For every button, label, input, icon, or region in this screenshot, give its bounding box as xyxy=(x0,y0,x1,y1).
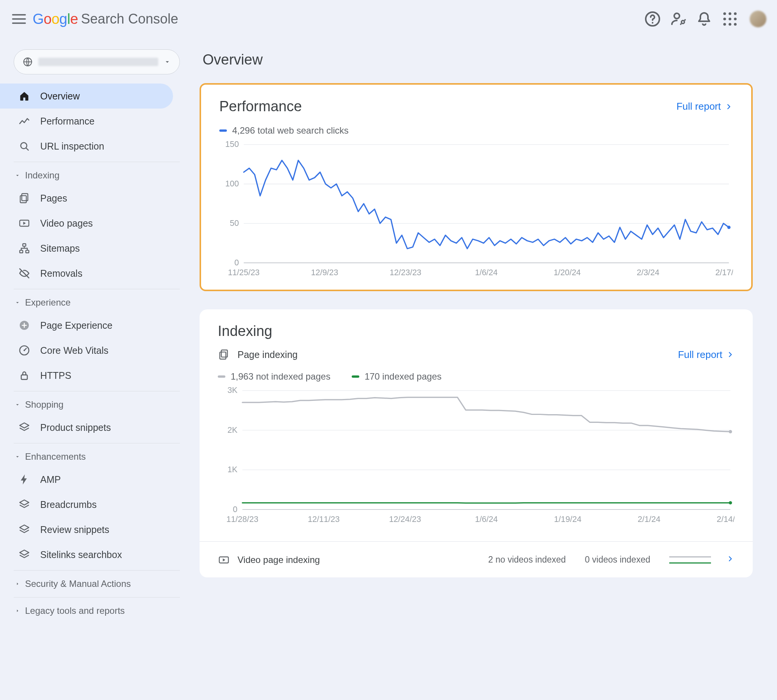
menu-icon xyxy=(11,11,27,27)
video-icon xyxy=(218,554,230,566)
sidebar-item-https[interactable]: HTTPS xyxy=(0,363,193,388)
sidebar-item-core-web-vitals[interactable]: Core Web Vitals xyxy=(0,338,193,363)
sidebar-group-legacy-tools-and-reports[interactable]: Legacy tools and reports xyxy=(0,600,193,621)
main-content: Overview Performance Full report 4,296 t… xyxy=(193,38,777,636)
search-icon xyxy=(18,140,30,152)
svg-point-40 xyxy=(727,226,731,229)
property-selector[interactable] xyxy=(14,49,180,74)
svg-text:2/3/24: 2/3/24 xyxy=(637,268,659,277)
svg-text:0: 0 xyxy=(233,505,238,514)
hamburger-button[interactable] xyxy=(11,11,27,27)
svg-text:1/20/24: 1/20/24 xyxy=(554,268,581,277)
sidebar-item-overview[interactable]: Overview xyxy=(0,83,173,108)
caret-down-icon xyxy=(14,300,20,306)
chevron-right-icon xyxy=(725,102,733,111)
property-name-redacted xyxy=(38,58,158,66)
layers-icon xyxy=(18,498,30,510)
sidebar-group-indexing[interactable]: Indexing xyxy=(0,165,193,186)
video-icon xyxy=(18,217,30,229)
video-metric-noindexed: 2 no videos indexed xyxy=(488,555,566,565)
caret-right-icon xyxy=(14,608,20,614)
users-icon xyxy=(669,10,687,28)
legend-text: 1,963 not indexed pages xyxy=(231,371,331,382)
sitemap-icon xyxy=(18,242,30,254)
svg-point-57 xyxy=(729,502,732,505)
sidebar-group-shopping[interactable]: Shopping xyxy=(0,394,193,415)
sidebar-group-experience[interactable]: Experience xyxy=(0,292,193,313)
sidebar-item-label: Page Experience xyxy=(40,320,112,331)
legend-swatch xyxy=(352,375,359,378)
eye-off-icon xyxy=(18,267,30,279)
indexing-full-report-link[interactable]: Full report xyxy=(678,349,734,361)
sidebar-group-security-manual-actions[interactable]: Security & Manual Actions xyxy=(0,573,193,594)
home-icon xyxy=(18,90,30,102)
svg-text:2/1/24: 2/1/24 xyxy=(638,514,661,524)
svg-text:1/6/24: 1/6/24 xyxy=(475,514,498,524)
apps-button[interactable] xyxy=(721,10,739,28)
sidebar-item-label: Core Web Vitals xyxy=(40,345,108,356)
help-button[interactable] xyxy=(644,10,662,28)
page-title: Overview xyxy=(203,52,753,68)
video-sparkline xyxy=(669,553,711,567)
indexing-card: Indexing Page indexing Full report 1,963… xyxy=(200,309,753,577)
svg-text:11/28/23: 11/28/23 xyxy=(226,514,258,524)
sidebar-item-sitemaps[interactable]: Sitemaps xyxy=(0,236,193,261)
svg-text:2/17/24: 2/17/24 xyxy=(715,268,733,277)
product-logo[interactable]: Google Search Console xyxy=(33,11,178,27)
video-page-indexing-row[interactable]: Video page indexing 2 no videos indexed … xyxy=(218,553,734,567)
bell-icon xyxy=(695,10,713,28)
sidebar-item-review-snippets[interactable]: Review snippets xyxy=(0,517,193,542)
sidebar-group-label: Legacy tools and reports xyxy=(25,605,125,616)
gauge-icon xyxy=(18,344,30,357)
sidebar-item-label: Overview xyxy=(40,91,80,102)
sidebar-item-sitelinks-searchbox[interactable]: Sitelinks searchbox xyxy=(0,542,193,567)
sidebar-item-label: Performance xyxy=(40,116,95,127)
sidebar-item-label: Breadcrumbs xyxy=(40,499,97,510)
sidebar-item-removals[interactable]: Removals xyxy=(0,261,193,286)
svg-text:11/25/23: 11/25/23 xyxy=(228,268,260,277)
performance-card: Performance Full report 4,296 total web … xyxy=(200,83,753,291)
legend-swatch xyxy=(218,375,225,378)
trend-icon xyxy=(18,115,30,127)
sidebar-item-label: Pages xyxy=(40,193,67,204)
app-header: Google Search Console xyxy=(0,0,777,38)
sidebar-item-pages[interactable]: Pages xyxy=(0,186,193,211)
sidebar-group-label: Enhancements xyxy=(25,452,86,462)
layers-icon xyxy=(18,548,30,561)
sidebar-item-label: HTTPS xyxy=(40,370,72,381)
sidebar-item-label: URL inspection xyxy=(40,141,104,152)
performance-title: Performance xyxy=(219,98,302,115)
performance-full-report-link[interactable]: Full report xyxy=(676,101,733,112)
sidebar-item-video-pages[interactable]: Video pages xyxy=(0,211,193,236)
caret-down-icon xyxy=(14,402,20,408)
layers-icon xyxy=(18,523,30,536)
sidebar-item-label: Sitelinks searchbox xyxy=(40,549,122,560)
sidebar-item-label: Removals xyxy=(40,268,82,279)
svg-text:100: 100 xyxy=(225,179,239,188)
sidebar-item-product-snippets[interactable]: Product snippets xyxy=(0,415,193,440)
svg-text:2K: 2K xyxy=(227,425,238,435)
sidebar-group-label: Indexing xyxy=(25,170,60,181)
pages-icon xyxy=(18,192,30,204)
users-settings-button[interactable] xyxy=(669,10,687,28)
lock-icon xyxy=(18,369,30,382)
indexing-chart: 01K2K3K11/28/2312/11/2312/24/231/6/241/1… xyxy=(218,387,734,526)
sidebar-item-page-experience[interactable]: Page Experience xyxy=(0,313,193,338)
notifications-button[interactable] xyxy=(695,10,713,28)
svg-text:50: 50 xyxy=(230,219,239,228)
sidebar-item-performance[interactable]: Performance xyxy=(0,108,193,133)
sidebar-item-breadcrumbs[interactable]: Breadcrumbs xyxy=(0,492,193,517)
layers-icon xyxy=(18,422,30,433)
account-avatar[interactable] xyxy=(750,11,766,27)
legend-text: 4,296 total web search clicks xyxy=(232,125,349,136)
svg-text:3K: 3K xyxy=(227,387,238,395)
svg-text:0: 0 xyxy=(235,258,239,267)
sidebar-group-enhancements[interactable]: Enhancements xyxy=(0,447,193,467)
sidebar-item-label: Product snippets xyxy=(40,422,111,433)
apps-icon xyxy=(721,10,739,28)
google-wordmark: Google xyxy=(33,11,78,27)
sidebar-item-url-inspection[interactable]: URL inspection xyxy=(0,133,193,159)
video-row-label: Video page indexing xyxy=(238,555,320,565)
svg-text:12/11/23: 12/11/23 xyxy=(308,514,339,524)
sidebar-item-amp[interactable]: AMP xyxy=(0,467,193,492)
